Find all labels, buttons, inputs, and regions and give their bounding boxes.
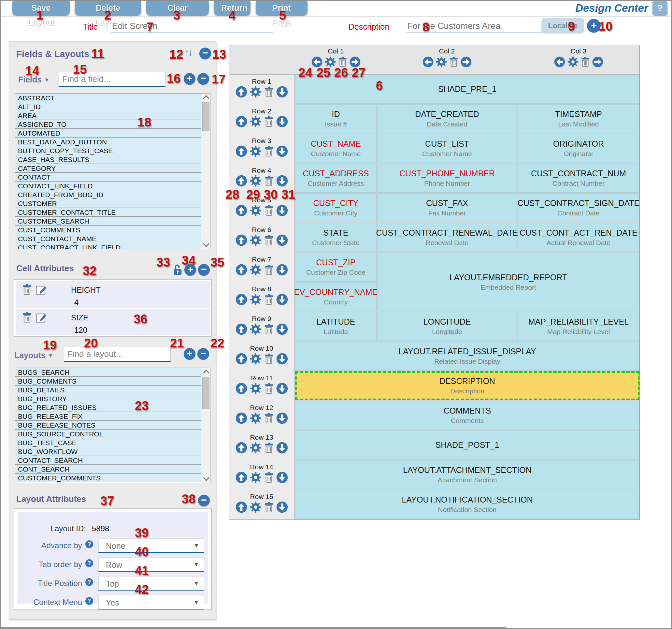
layout-list-item[interactable]: BUG_RELATED_ISSUES — [15, 403, 201, 412]
row-settings-button[interactable] — [250, 382, 262, 394]
arrow-up-circle-icon[interactable] — [236, 86, 247, 98]
gear-icon[interactable] — [250, 264, 262, 276]
delete-row-button[interactable] — [264, 443, 273, 453]
grid-cell-longitude[interactable]: LONGITUDELongitude — [377, 312, 517, 341]
arrow-down-circle-icon[interactable] — [276, 234, 288, 246]
trash-icon[interactable] — [264, 116, 273, 127]
move-row-down-button[interactable] — [276, 175, 288, 187]
scroll-down-icon[interactable] — [203, 240, 210, 247]
move-column-left-button[interactable] — [423, 56, 434, 67]
move-row-up-button[interactable] — [236, 86, 247, 98]
delete-row-button[interactable] — [264, 146, 273, 157]
column-settings-button[interactable] — [568, 56, 578, 67]
grid-cell-ev_country_name[interactable]: EV_COUNTRY_NAMECountry — [295, 282, 377, 311]
move-row-up-button[interactable] — [236, 145, 247, 157]
collapse-layout-attributes-button[interactable]: − — [198, 495, 210, 507]
move-row-down-button[interactable] — [276, 501, 288, 513]
help-button[interactable]: ? — [652, 1, 668, 16]
advance-by-select[interactable]: None ▼ — [98, 538, 204, 553]
add-field-button[interactable]: + — [184, 73, 195, 85]
grid-cell-cust_contract_renewal_date[interactable]: CUST_CONTRACT_RENEWAL_DATERenewal Date — [377, 223, 517, 252]
trash-icon[interactable] — [581, 57, 590, 67]
grid-cell-layout.attachment_section[interactable]: LAYOUT.ATTACHMENT_SECTIONAttachment Sect… — [295, 460, 640, 489]
gear-icon[interactable] — [568, 56, 578, 67]
grid-cell-map_reliability_level[interactable]: MAP_RELIABILITY_LEVELMap Reliability Lev… — [518, 312, 640, 341]
scroll-up-icon[interactable] — [203, 95, 210, 102]
layout-list-item[interactable]: BUG_COMMENTS — [15, 377, 201, 386]
delete-row-button[interactable] — [264, 383, 273, 394]
scroll-up-icon[interactable] — [203, 370, 210, 376]
trash-icon[interactable] — [264, 235, 273, 246]
grid-cell-cust_city[interactable]: CUST_CITYCustomer City — [295, 193, 377, 222]
delete-row-button[interactable] — [264, 294, 273, 305]
field-list-item[interactable]: CONTACT_LINK_FIELD — [15, 182, 201, 190]
scrollbar-thumb[interactable] — [202, 102, 210, 131]
gear-icon[interactable] — [436, 56, 447, 67]
row-settings-button[interactable] — [250, 442, 262, 454]
move-row-down-button[interactable] — [276, 145, 288, 157]
grid-cell-timestamp[interactable]: TIMESTAMPLast Modified — [518, 104, 640, 133]
edit-icon[interactable] — [36, 284, 47, 295]
gear-icon[interactable] — [250, 116, 262, 127]
delete-column-button[interactable] — [581, 57, 590, 67]
trash-icon[interactable] — [264, 294, 273, 305]
trash-icon[interactable] — [449, 57, 458, 67]
delete-row-button[interactable] — [264, 354, 273, 364]
field-list-item[interactable]: CUSTOMER — [15, 199, 201, 208]
move-row-up-button[interactable] — [236, 442, 247, 454]
delete-row-button[interactable] — [264, 87, 273, 97]
gear-icon[interactable] — [250, 86, 262, 98]
field-list-item[interactable]: AREA — [15, 111, 201, 120]
arrow-up-circle-icon[interactable] — [236, 472, 247, 483]
gear-icon[interactable] — [250, 205, 262, 216]
delete-row-button[interactable] — [264, 413, 273, 424]
context-menu-select[interactable]: Yes ▼ — [98, 595, 204, 609]
arrow-down-circle-icon[interactable] — [276, 175, 288, 187]
row-settings-button[interactable] — [250, 86, 262, 98]
move-row-up-button[interactable] — [236, 353, 247, 365]
arrow-up-circle-icon[interactable] — [236, 412, 247, 424]
move-row-down-button[interactable] — [276, 472, 288, 483]
trash-icon[interactable] — [264, 472, 273, 483]
arrow-down-circle-icon[interactable] — [276, 472, 288, 483]
arrow-down-circle-icon[interactable] — [276, 264, 288, 276]
field-list-item[interactable]: CATEGORY — [15, 164, 201, 173]
gear-icon[interactable] — [250, 472, 262, 483]
layout-list-item[interactable]: CONT_SEARCH — [15, 465, 201, 473]
help-icon[interactable]: ? — [85, 578, 93, 586]
row-settings-button[interactable] — [250, 264, 262, 276]
grid-cell-cust_phone_number[interactable]: CUST_PHONE_NUMBERPhone Number — [377, 164, 517, 193]
move-row-down-button[interactable] — [276, 442, 288, 454]
grid-cell-cust_address[interactable]: CUST_ADDRESSCustomer Address — [295, 164, 377, 193]
delete-row-button[interactable] — [264, 235, 273, 246]
layout-list-item[interactable]: CONTACT_SEARCH — [15, 456, 201, 465]
arrow-up-circle-icon[interactable] — [236, 175, 247, 187]
gear-icon[interactable] — [250, 234, 262, 246]
arrow-down-circle-icon[interactable] — [276, 205, 288, 216]
arrow-right-circle-icon[interactable] — [592, 56, 603, 67]
arrow-up-circle-icon[interactable] — [236, 353, 247, 365]
gear-icon[interactable] — [250, 382, 262, 394]
trash-icon[interactable] — [264, 265, 273, 275]
add-layout-button[interactable]: + — [184, 348, 195, 360]
field-list-item[interactable]: CUST_CONTACT_NAME — [15, 234, 201, 243]
grid-cell-layout.notification_section[interactable]: LAYOUT.NOTIFICATION_SECTIONNotification … — [295, 490, 640, 519]
field-list-item[interactable]: CONTACT — [15, 173, 201, 182]
field-list-item[interactable]: CUSTOMER_SEARCH — [15, 217, 201, 226]
grid-cell-date_created[interactable]: DATE_CREATEDDate Created — [377, 104, 517, 133]
grid-cell-cust_contract_sign_date[interactable]: CUST_CONTRACT_SIGN_DATEContract Date — [518, 193, 640, 222]
grid-cell-cust_zip[interactable]: CUST_ZIPCustomer Zip Code — [295, 253, 377, 282]
field-list-item[interactable]: BUTTON_COPY_TEST_CASE — [15, 146, 201, 155]
localize-button[interactable]: Localize — [542, 18, 584, 33]
gear-icon[interactable] — [250, 323, 262, 335]
arrow-up-circle-icon[interactable] — [236, 264, 247, 276]
move-row-up-button[interactable] — [236, 116, 247, 127]
gear-icon[interactable] — [250, 145, 262, 157]
remove-field-button[interactable]: − — [197, 73, 209, 85]
row-settings-button[interactable] — [250, 501, 262, 513]
field-list-item[interactable]: CREATED_FROM_BUG_ID — [15, 190, 201, 199]
tab-order-by-select[interactable]: Row ▼ — [98, 557, 204, 572]
grid-cell-cust_fax[interactable]: CUST_FAXFax Number — [377, 193, 517, 222]
move-row-down-button[interactable] — [276, 264, 288, 276]
move-row-down-button[interactable] — [276, 205, 288, 216]
